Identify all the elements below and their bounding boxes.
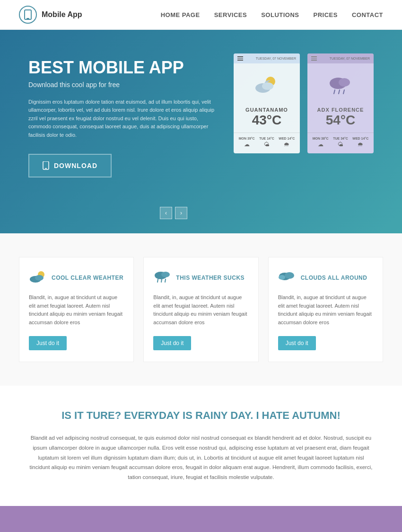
forecast-day: WED 14°C 🌧 <box>279 137 295 149</box>
service-card-1: COOL CLEAR WEAHTER Blandit, in, augue at… <box>19 257 134 362</box>
cloudy-icon <box>278 269 295 287</box>
nav-home[interactable]: HOME PAGE <box>161 11 200 18</box>
phone-header-1: TUESDAY, 07 NOVEMBER <box>234 53 300 63</box>
service-card-header-2: THIS WEATHER SUCKS <box>153 269 248 287</box>
svg-point-14 <box>35 275 44 281</box>
phone-temp-2: 54°C <box>307 113 374 128</box>
svg-line-9 <box>334 90 335 94</box>
phone-forecast-1: MON 39°C ☁ TUE 14°C 🌤 WED 14°C 🌧 <box>234 133 300 149</box>
logo-icon <box>19 6 37 24</box>
service-btn-2[interactable]: Just do it <box>153 336 191 350</box>
header: Mobile App HOME PAGE SERVICES SOLUTIONS … <box>0 0 402 30</box>
mid-title: IS IT TURE? EVERYDAY IS RAINY DAY. I HAT… <box>28 409 374 422</box>
service-title-1: COOL CLEAR WEAHTER <box>52 275 123 281</box>
logo-text: Mobile App <box>42 10 82 19</box>
next-arrow[interactable]: › <box>175 207 187 219</box>
service-btn-1[interactable]: Just do it <box>29 336 67 350</box>
hero-phones: TUESDAY, 07 NOVEMBER GUANTANAMO 43°C MON… <box>234 53 374 153</box>
carousel-arrows: ‹ › <box>160 207 187 219</box>
nav-services[interactable]: SERVICES <box>214 11 247 18</box>
weather-icon-rainy <box>307 63 374 107</box>
phone-temp-1: 43°C <box>234 113 300 128</box>
svg-line-19 <box>165 279 166 282</box>
svg-rect-1 <box>26 18 29 19</box>
sunny-icon <box>29 269 46 287</box>
forecast-day: MON 38°C ☁ <box>313 137 329 149</box>
service-desc-3: Blandit, in, augue at tincidunt ut augue… <box>278 293 373 327</box>
forecast-day: TUE 14°C 🌤 <box>259 137 274 149</box>
service-title-2: THIS WEATHER SUCKS <box>176 275 245 281</box>
service-title-3: CLOUDS ALL AROUND <box>301 275 367 281</box>
mid-description: Blandit ad vel adipiscing nostrud conseq… <box>28 433 374 482</box>
prev-arrow[interactable]: ‹ <box>160 207 172 219</box>
mid-section: IS IT TURE? EVERYDAY IS RAINY DAY. I HAT… <box>0 386 402 505</box>
svg-line-11 <box>343 90 344 94</box>
service-card-3: CLOUDS ALL AROUND Blandit, in, augue at … <box>268 257 383 362</box>
rainy-icon <box>153 269 170 287</box>
phone-forecast-2: MON 38°C ☁ TUE 34°C 🌤 WED 14°C 🌧 <box>307 133 374 149</box>
hero-section: BEST MOBILE APP Download this cool app f… <box>0 30 402 233</box>
download-button[interactable]: DOWNLOAD <box>28 154 112 177</box>
weather-icon-sunny <box>234 63 300 107</box>
services-section: COOL CLEAR WEAHTER Blandit, in, augue at… <box>0 233 402 386</box>
hamburger-icon-2 <box>311 56 317 61</box>
hamburger-icon <box>237 56 243 61</box>
phone-city-1: GUANTANAMO <box>234 107 300 113</box>
logo[interactable]: Mobile App <box>19 6 82 24</box>
hero-description: Dignissim eros luptatum dolore tation er… <box>28 98 215 140</box>
hero-subtitle: Download this cool app for free <box>28 81 215 89</box>
svg-line-18 <box>161 279 162 282</box>
forecast-day: TUE 34°C 🌤 <box>333 137 348 149</box>
svg-point-16 <box>161 272 170 277</box>
svg-line-17 <box>157 279 158 282</box>
service-btn-3[interactable]: Just do it <box>278 336 316 350</box>
forecast-day: WED 14°C 🌧 <box>352 137 368 149</box>
cta-section: DO YOU HATE WITH ME? we are the biggest … <box>0 506 402 532</box>
service-card-2: THIS WEATHER SUCKS Blandit, in, augue at… <box>143 257 258 362</box>
hero-left: BEST MOBILE APP Download this cool app f… <box>28 58 215 177</box>
service-card-header-3: CLOUDS ALL AROUND <box>278 269 373 287</box>
services-grid: COOL CLEAR WEAHTER Blandit, in, augue at… <box>19 257 383 362</box>
hero-title: BEST MOBILE APP <box>28 58 215 77</box>
forecast-day: MON 39°C ☁ <box>239 137 255 149</box>
nav-contact[interactable]: CONTACT <box>352 11 383 18</box>
phone-city-2: ADX FLORENCE <box>307 107 374 113</box>
nav-solutions[interactable]: SOLUTIONS <box>261 11 299 18</box>
nav-prices[interactable]: PRICES <box>314 11 338 18</box>
svg-point-21 <box>285 272 294 279</box>
service-card-header-1: COOL CLEAR WEAHTER <box>29 269 124 287</box>
svg-rect-3 <box>45 168 47 169</box>
service-desc-1: Blandit, in, augue at tincidunt ut augue… <box>29 293 124 327</box>
phone-card-2: TUESDAY, 07 NOVEMBER ADX FLORENCE 54°C M… <box>307 53 374 153</box>
phone-card-1: TUESDAY, 07 NOVEMBER GUANTANAMO 43°C MON… <box>234 53 300 153</box>
svg-point-8 <box>339 78 350 87</box>
svg-point-6 <box>262 82 273 90</box>
service-desc-2: Blandit, in, augue at tincidunt ut augue… <box>153 293 248 327</box>
svg-line-10 <box>339 90 340 94</box>
main-nav: HOME PAGE SERVICES SOLUTIONS PRICES CONT… <box>161 11 383 18</box>
phone-icon <box>43 161 49 170</box>
phone-header-2: TUESDAY, 07 NOVEMBER <box>307 53 374 63</box>
svg-point-22 <box>279 275 285 280</box>
